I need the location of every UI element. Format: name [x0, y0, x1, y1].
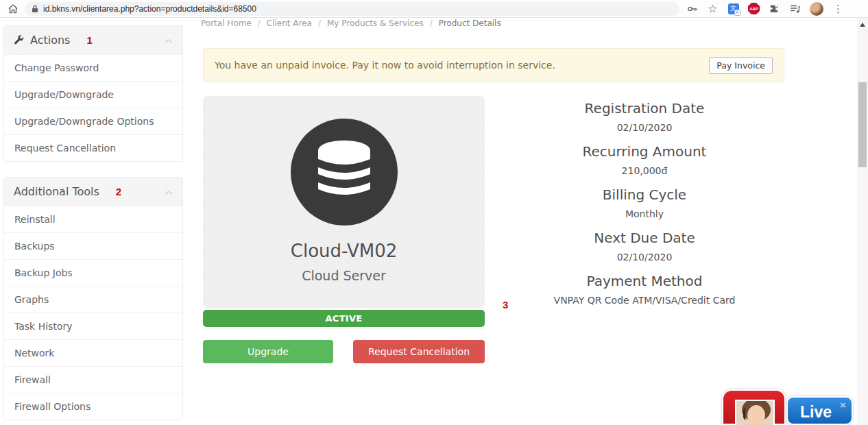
sidebar-item-firewall[interactable]: Firewall: [4, 366, 182, 393]
upgrade-button[interactable]: Upgrade: [203, 340, 333, 363]
sidebar-item-backup-jobs[interactable]: Backup Jobs: [4, 259, 182, 286]
home-icon[interactable]: [5, 1, 21, 16]
profile-avatar[interactable]: [810, 2, 823, 16]
sidebar-item-network[interactable]: Network: [4, 339, 182, 366]
next-due-date-label: Next Due Date: [507, 230, 782, 246]
additional-tools-panel: Additional Tools 2 Reinstall Backups Bac…: [3, 177, 183, 420]
product-type: Cloud Server: [302, 268, 386, 283]
chevron-up-icon: [165, 34, 173, 47]
database-icon: [291, 119, 398, 226]
recurring-amount-label: Recurring Amount: [507, 143, 782, 160]
billing-cycle-label: Billing Cycle: [507, 186, 782, 203]
actions-panel: Actions 1 Change Password Upgrade/Downgr…: [3, 25, 183, 162]
adblock-abp-icon[interactable]: ABP: [748, 3, 760, 14]
extension-puzzle-icon[interactable]: [769, 3, 780, 14]
live-chat-label: Live: [800, 403, 832, 422]
translate-extension-icon[interactable]: 文 A: [727, 3, 739, 14]
sidebar-item-request-cancellation[interactable]: Request Cancellation: [4, 134, 182, 161]
scroll-up-arrow-icon[interactable]: [860, 23, 865, 27]
pay-invoice-button[interactable]: Pay Invoice: [709, 57, 773, 74]
scrollbar-thumb[interactable]: [858, 82, 867, 167]
chat-close-icon[interactable]: ×: [839, 400, 847, 410]
request-cancellation-button[interactable]: Request Cancellation: [353, 340, 485, 363]
sidebar-item-upgrade-downgrade-options[interactable]: Upgrade/Downgrade Options: [4, 108, 182, 134]
browser-toolbar: id.bkns.vn/clientarea.php?action=product…: [0, 0, 868, 18]
additional-tools-panel-header[interactable]: Additional Tools 2: [4, 178, 182, 206]
live-chat-agent-button[interactable]: [722, 389, 786, 425]
sidebar-item-firewall-options[interactable]: Firewall Options: [4, 393, 182, 420]
sidebar-item-upgrade-downgrade[interactable]: Upgrade/Downgrade: [4, 81, 182, 108]
playlist-music-icon[interactable]: [789, 3, 801, 14]
breadcrumb-client-area[interactable]: Client Area: [267, 19, 312, 28]
bookmark-star-icon[interactable]: ☆: [707, 3, 719, 14]
password-key-icon[interactable]: [686, 3, 698, 14]
breadcrumb-product-details: Product Details: [439, 19, 501, 28]
page-scrollbar[interactable]: [857, 18, 868, 425]
headset-icon: [743, 408, 750, 420]
annotation-1: 1: [86, 34, 92, 46]
breadcrumb-my-products[interactable]: My Products & Services: [327, 19, 424, 28]
wrench-icon: [14, 35, 24, 45]
live-chat-tab[interactable]: Live ×: [786, 396, 853, 425]
product-name: Cloud-VM02: [291, 241, 397, 261]
payment-method-label: Payment Method: [507, 273, 782, 289]
actions-panel-title: Actions: [30, 34, 70, 47]
registration-date-value: 02/10/2020: [507, 122, 782, 133]
chevron-up-icon: [165, 185, 173, 198]
alert-message: You have an unpaid invoice. Pay it now t…: [215, 60, 555, 71]
unpaid-invoice-alert: You have an unpaid invoice. Pay it now t…: [203, 48, 784, 82]
product-details: Registration Date 02/10/2020 Recurring A…: [507, 100, 782, 316]
status-badge: ACTIVE: [203, 310, 485, 327]
payment-method-value: VNPAY QR Code ATM/VISA/Credit Card: [507, 295, 782, 306]
recurring-amount-value: 210,000đ: [507, 165, 782, 176]
lock-icon: [32, 5, 38, 13]
annotation-2: 2: [116, 186, 121, 197]
breadcrumb: Portal Home / Client Area / My Products …: [201, 19, 501, 28]
sidebar-item-backups[interactable]: Backups: [4, 232, 182, 259]
sidebar-item-change-password[interactable]: Change Password: [4, 54, 182, 81]
billing-cycle-value: Monthly: [507, 208, 782, 219]
breadcrumb-portal-home[interactable]: Portal Home: [201, 19, 252, 28]
sidebar-item-task-history[interactable]: Task History: [4, 313, 182, 339]
additional-tools-panel-title: Additional Tools: [14, 185, 99, 198]
registration-date-label: Registration Date: [507, 100, 782, 117]
address-bar[interactable]: id.bkns.vn/clientarea.php?action=product…: [25, 2, 679, 16]
chat-agent-photo: [735, 400, 775, 425]
actions-panel-header[interactable]: Actions 1: [4, 26, 182, 54]
product-card: Cloud-VM02 Cloud Server: [203, 96, 485, 308]
url-text: id.bkns.vn/clientarea.php?action=product…: [43, 4, 256, 14]
sidebar-item-reinstall[interactable]: Reinstall: [4, 206, 182, 232]
sidebar-item-graphs[interactable]: Graphs: [4, 286, 182, 313]
browser-menu-icon[interactable]: ⋮: [832, 3, 844, 14]
next-due-date-value: 02/10/2020: [507, 252, 782, 263]
